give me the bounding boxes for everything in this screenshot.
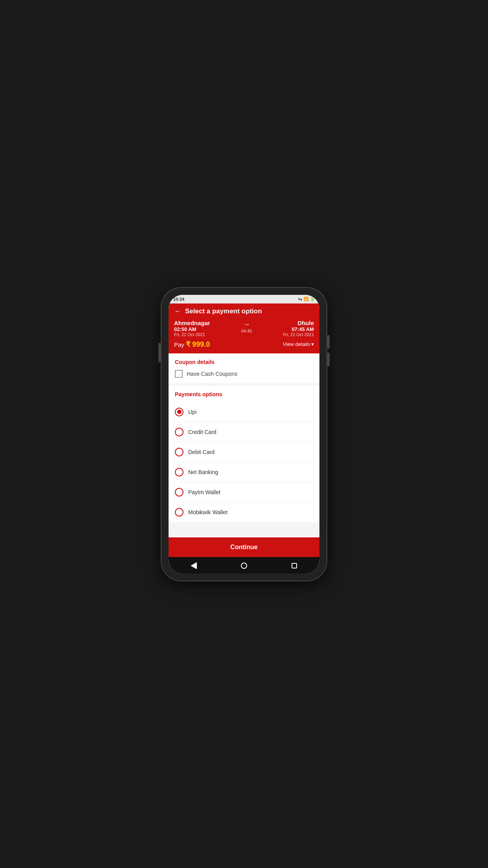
content-area: Coupon details Have Cash Coupons Payment… xyxy=(169,353,319,537)
android-nav-bar xyxy=(169,557,319,574)
radio-paytm-wallet xyxy=(175,488,183,497)
pay-amount: ₹ 999.0 xyxy=(186,340,210,348)
payment-label-mobikwik-wallet: Mobikwik Wallet xyxy=(188,509,227,515)
phone-frame: 10:24 ▾▴ 📶 🔋 ← Select a payment option A… xyxy=(161,288,327,581)
battery-icon: 🔋 xyxy=(310,297,315,301)
from-city: Ahmednagar xyxy=(174,320,210,326)
payment-option-upi[interactable]: Upi xyxy=(175,402,313,422)
pay-row: Pay ₹ 999.0 View details ▾ xyxy=(174,340,314,349)
wifi-icon: ▾▴ xyxy=(298,297,302,301)
radio-credit-card xyxy=(175,428,183,436)
phone-screen: 10:24 ▾▴ 📶 🔋 ← Select a payment option A… xyxy=(169,295,319,574)
payment-option-paytm-wallet[interactable]: Paytm Wallet xyxy=(175,482,313,502)
payment-label-net-banking: Net Banking xyxy=(188,469,218,475)
recents-nav-button[interactable] xyxy=(289,560,300,571)
radio-debit-card xyxy=(175,448,183,456)
volume-down-button[interactable] xyxy=(327,353,330,366)
journey-duration: 04:45 xyxy=(241,329,252,333)
to-city: Dhule xyxy=(297,320,314,326)
status-bar: 10:24 ▾▴ 📶 🔋 xyxy=(169,295,319,303)
status-icons: ▾▴ 📶 🔋 xyxy=(298,297,315,301)
page-title: Select a payment option xyxy=(185,307,262,315)
to-date: Fri, 22 Oct 2021 xyxy=(283,332,314,337)
view-details-button[interactable]: View details ▾ xyxy=(283,341,314,347)
from-date: Fri, 22 Oct 2021 xyxy=(174,332,210,337)
chevron-down-icon: ▾ xyxy=(311,341,314,347)
pay-info: Pay ₹ 999.0 xyxy=(174,340,210,349)
payment-option-credit-card[interactable]: Credit Card xyxy=(175,422,313,442)
continue-button[interactable]: Continue xyxy=(169,537,319,557)
pay-label: Pay xyxy=(174,341,184,348)
recents-nav-icon xyxy=(292,563,297,568)
payment-section-title: Payments options xyxy=(175,391,313,397)
view-details-label: View details xyxy=(283,341,310,347)
back-button[interactable]: ← xyxy=(174,307,181,316)
from-time: 02:50 AM xyxy=(174,326,210,332)
app-header: ← Select a payment option Ahmednagar 02:… xyxy=(169,303,319,353)
arrow-right-icon: → xyxy=(243,320,250,329)
payment-option-net-banking[interactable]: Net Banking xyxy=(175,462,313,482)
coupon-section: Coupon details Have Cash Coupons xyxy=(169,353,319,383)
cash-coupon-checkbox[interactable] xyxy=(175,370,183,378)
radio-upi xyxy=(175,408,183,416)
payment-option-mobikwik-wallet[interactable]: Mobikwik Wallet xyxy=(175,502,313,522)
header-title-row: ← Select a payment option xyxy=(174,307,314,316)
journey-row: Ahmednagar 02:50 AM Fri, 22 Oct 2021 → 0… xyxy=(174,320,314,337)
back-nav-icon xyxy=(191,562,197,569)
payment-section: Payments options Upi Credit Card xyxy=(169,386,319,522)
journey-to: Dhule 07:45 AM Fri, 22 Oct 2021 xyxy=(283,320,314,337)
home-nav-button[interactable] xyxy=(238,560,250,571)
back-nav-button[interactable] xyxy=(188,560,199,571)
radio-upi-dot xyxy=(177,410,182,414)
radio-net-banking xyxy=(175,468,183,476)
payment-label-upi: Upi xyxy=(188,409,196,415)
coupon-row[interactable]: Have Cash Coupons xyxy=(175,370,313,378)
status-time: 10:24 xyxy=(173,297,184,302)
journey-middle: → 04:45 xyxy=(241,320,252,333)
journey-from: Ahmednagar 02:50 AM Fri, 22 Oct 2021 xyxy=(174,320,210,337)
signal-icon: 📶 xyxy=(304,297,308,301)
payment-option-debit-card[interactable]: Debit Card xyxy=(175,442,313,462)
home-nav-icon xyxy=(241,563,247,569)
to-time: 07:45 AM xyxy=(292,326,314,332)
coupon-section-title: Coupon details xyxy=(175,359,313,365)
coupon-label: Have Cash Coupons xyxy=(187,371,237,377)
power-button[interactable] xyxy=(158,343,161,362)
volume-up-button[interactable] xyxy=(327,335,330,349)
radio-mobikwik-wallet xyxy=(175,508,183,517)
payment-label-debit-card: Debit Card xyxy=(188,449,215,455)
payment-label-credit-card: Credit Card xyxy=(188,429,216,435)
payment-label-paytm-wallet: Paytm Wallet xyxy=(188,489,220,495)
